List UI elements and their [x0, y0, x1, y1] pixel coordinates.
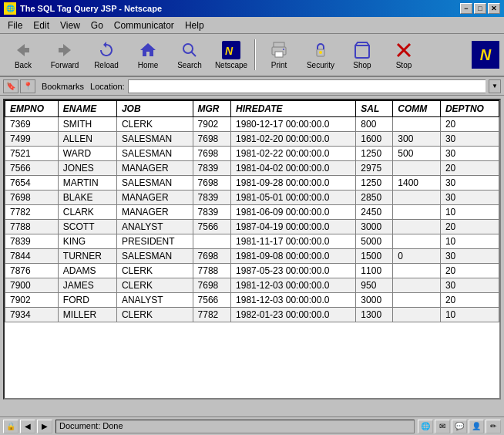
table-row: 7521WARDSALESMAN76981981-02-22 00:00:00.…	[5, 147, 499, 161]
status-bar: 🔒 ◀ ▶ Document: Done 🌐 ✉ 💬 👤 ✏	[0, 416, 504, 435]
table-cell	[393, 308, 441, 322]
table-cell	[393, 293, 441, 308]
table-cell	[393, 117, 441, 132]
svg-text:N: N	[225, 45, 234, 57]
table-cell: 20	[440, 293, 499, 308]
minimize-button[interactable]: −	[460, 3, 472, 14]
table-cell: 7788	[193, 264, 231, 278]
toolbar: Back Forward Reload Home Search N Netsca…	[0, 34, 504, 77]
table-row: 7654MARTINSALESMAN76981981-09-28 00:00:0…	[5, 176, 499, 191]
search-button[interactable]: Search	[170, 36, 210, 73]
status-nav-icon2[interactable]: ▶	[37, 420, 52, 433]
table-cell	[393, 264, 441, 278]
table-row: 7844TURNERSALESMAN76981981-09-08 00:00:0…	[5, 249, 499, 264]
table-cell: CLERK	[116, 117, 193, 132]
table-cell: 1981-09-28 00:00:00.0	[231, 176, 356, 191]
location-dropdown[interactable]: ▼	[489, 79, 501, 93]
status-nav-icon1[interactable]: ◀	[20, 420, 35, 433]
status-mail-icon[interactable]: ✉	[435, 420, 450, 433]
menu-help[interactable]: Help	[180, 19, 209, 32]
table-cell: 7839	[5, 234, 59, 249]
table-cell: 2975	[356, 161, 393, 176]
home-button[interactable]: Home	[128, 36, 168, 73]
col-hiredate: HIREDATE	[231, 101, 356, 117]
close-button[interactable]: ✕	[488, 3, 500, 14]
table-cell: 1980-12-17 00:00:00.0	[231, 117, 356, 132]
svg-point-9	[283, 49, 284, 50]
menu-view[interactable]: View	[55, 19, 85, 32]
status-edit-icon[interactable]: ✏	[486, 420, 501, 433]
table-cell: SALESMAN	[116, 176, 193, 191]
table-row: 7876ADAMSCLERK77881987-05-23 00:00:00.01…	[5, 264, 499, 278]
stop-button[interactable]: Stop	[384, 36, 424, 73]
location-input[interactable]	[128, 79, 486, 93]
table-cell: SALESMAN	[116, 249, 193, 264]
table-cell: 7934	[5, 308, 59, 322]
location-label: Location:	[90, 82, 125, 91]
data-table: EMPNO ENAME JOB MGR HIREDATE SAL COMM DE…	[5, 100, 499, 322]
bookmarks-button[interactable]: Bookmarks	[39, 81, 87, 92]
stop-icon	[395, 41, 413, 59]
menu-file[interactable]: File	[3, 19, 27, 32]
table-cell: 7698	[193, 249, 231, 264]
bookmark-icon[interactable]: 🔖	[3, 79, 18, 93]
table-cell: 1987-05-23 00:00:00.0	[231, 264, 356, 278]
reload-button[interactable]: Reload	[86, 36, 126, 73]
location-nav-icons: 🔖 📍	[3, 79, 35, 93]
netscape-button[interactable]: N Netscape	[211, 36, 251, 73]
netscape-icon: N	[222, 41, 240, 59]
table-cell: MARTIN	[58, 176, 116, 191]
status-globe-icon[interactable]: 🌐	[418, 420, 433, 433]
table-cell: ANALYST	[116, 293, 193, 308]
home-icon	[139, 41, 157, 59]
table-cell: 300	[393, 132, 441, 147]
status-user-icon[interactable]: 👤	[469, 420, 484, 433]
shop-button[interactable]: Shop	[342, 36, 382, 73]
menu-edit[interactable]: Edit	[29, 19, 54, 32]
status-lock-icon[interactable]: 🔒	[3, 420, 18, 433]
menu-go[interactable]: Go	[86, 19, 108, 32]
table-cell	[393, 191, 441, 205]
location-icon[interactable]: 📍	[20, 79, 35, 93]
table-cell: 800	[356, 117, 393, 132]
col-job: JOB	[116, 101, 193, 117]
table-cell: MILLER	[58, 308, 116, 322]
col-ename: ENAME	[58, 101, 116, 117]
window-controls[interactable]: − □ ✕	[460, 3, 500, 14]
table-row: 7782CLARKMANAGER78391981-06-09 00:00:00.…	[5, 205, 499, 220]
table-row: 7369SMITHCLERK79021980-12-17 00:00:00.08…	[5, 117, 499, 132]
title-bar: 🌐 The SQL Tag Query JSP - Netscape − □ ✕	[0, 0, 504, 17]
back-icon	[14, 41, 32, 59]
table-cell: 1982-01-23 00:00:00.0	[231, 308, 356, 322]
table-cell: CLERK	[116, 308, 193, 322]
security-button[interactable]: Security	[301, 36, 341, 73]
menu-communicator[interactable]: Communicator	[109, 19, 179, 32]
table-cell: 7698	[193, 176, 231, 191]
table-cell: CLARK	[58, 205, 116, 220]
table-cell: 1981-11-17 00:00:00.0	[231, 234, 356, 249]
table-cell: 1250	[356, 176, 393, 191]
table-cell: MANAGER	[116, 205, 193, 220]
table-row: 7902FORDANALYST75661981-12-03 00:00:00.0…	[5, 293, 499, 308]
table-cell: 7876	[5, 264, 59, 278]
maximize-button[interactable]: □	[474, 3, 486, 14]
home-label: Home	[138, 61, 159, 69]
table-body: 7369SMITHCLERK79021980-12-17 00:00:00.08…	[5, 117, 499, 322]
forward-button[interactable]: Forward	[45, 36, 85, 73]
back-button[interactable]: Back	[3, 36, 43, 73]
print-button[interactable]: Print	[259, 36, 299, 73]
table-row: 7900JAMESCLERK76981981-12-03 00:00:00.09…	[5, 278, 499, 293]
menu-bar: File Edit View Go Communicator Help	[0, 17, 504, 34]
status-chat-icon[interactable]: 💬	[452, 420, 467, 433]
window-title: The SQL Tag Query JSP - Netscape	[20, 4, 162, 13]
table-cell: 1500	[356, 249, 393, 264]
print-icon	[270, 41, 288, 59]
table-cell: 1600	[356, 132, 393, 147]
table-cell: 1981-09-08 00:00:00.0	[231, 249, 356, 264]
table-cell: 1987-04-19 00:00:00.0	[231, 220, 356, 234]
print-label: Print	[271, 61, 287, 69]
table-cell: 1300	[356, 308, 393, 322]
table-cell: MANAGER	[116, 191, 193, 205]
table-cell: ALLEN	[58, 132, 116, 147]
table-cell: 7698	[193, 278, 231, 293]
